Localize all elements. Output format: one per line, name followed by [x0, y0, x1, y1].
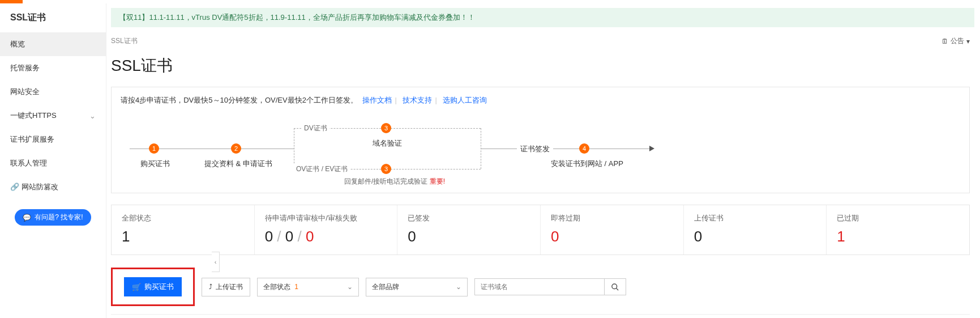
- stat-label: 已过期: [837, 213, 959, 223]
- page-title: SSL证书: [111, 55, 974, 77]
- chevron-down-icon: ⌄: [456, 283, 461, 291]
- sidebar-collapse-button[interactable]: ‹: [212, 252, 220, 272]
- steps-box: 请按4步申请证书，DV最快5～10分钟签发，OV/EV最快2个工作日签发。 操作…: [111, 87, 970, 193]
- chat-icon: 💬: [23, 214, 31, 222]
- notice-icon: 🗓: [942, 37, 948, 45]
- step-3-label: 域名验证: [373, 138, 402, 149]
- step-4-label: 安装证书到网站 / APP: [551, 159, 623, 169]
- dv-label: DV证书: [302, 124, 329, 133]
- link-consult[interactable]: 选购人工咨询: [443, 96, 487, 104]
- stats-row: 全部状态1待申请/申请审核中/审核失败0 / 0 / 0已签发0即将过期0上传证…: [111, 205, 970, 255]
- cart-icon: 🛒: [132, 283, 141, 291]
- link-icon: 🔗: [10, 183, 19, 191]
- stat-cell-4[interactable]: 上传证书0: [684, 205, 827, 255]
- link-support[interactable]: 技术支持: [403, 96, 432, 104]
- upload-icon: ⤴: [209, 283, 212, 291]
- upload-cert-button[interactable]: ⤴ 上传证书: [202, 278, 250, 296]
- filter-brand-select[interactable]: 全部品牌 ⌄: [366, 278, 468, 296]
- step-badge-2: 2: [231, 143, 241, 154]
- stat-value: 1: [122, 228, 244, 245]
- stat-label: 全部状态: [122, 213, 244, 223]
- chevron-down-icon: ⌄: [89, 112, 96, 120]
- sidebar-item-label: 证书扩展服务: [10, 135, 54, 143]
- help-expert-button[interactable]: 💬 有问题? 找专家!: [15, 209, 91, 226]
- reply-label: 回复邮件/接听电话完成验证 重要!: [344, 177, 445, 186]
- sign-label: 证书签发: [517, 144, 553, 154]
- step-badge-3b: 3: [381, 164, 391, 174]
- chevron-down-icon: ⌄: [347, 283, 353, 291]
- buy-highlight-box: 🛒 购买证书: [111, 268, 195, 306]
- steps-hint: 请按4步申请证书，DV最快5～10分钟签发，OV/EV最快2个工作日签发。 操作…: [121, 95, 960, 105]
- search-domain-input[interactable]: [474, 278, 605, 295]
- buy-cert-button[interactable]: 🛒 购买证书: [124, 277, 182, 296]
- sidebar-item-label: 网站防篡改: [22, 183, 58, 191]
- stat-value: 1: [837, 228, 959, 245]
- stat-value: 0 / 0 / 0: [265, 228, 387, 245]
- sidebar-item-label: 概览: [10, 40, 25, 48]
- stat-label: 待申请/申请审核中/审核失败: [265, 213, 387, 223]
- ov-label: OV证书 / EV证书: [294, 164, 350, 174]
- sidebar-item-2[interactable]: 网站安全: [0, 80, 106, 104]
- notice-dropdown[interactable]: 🗓 公告 ▾: [942, 36, 970, 46]
- step-1-label: 购买证书: [140, 159, 170, 169]
- stat-cell-5[interactable]: 已过期1: [827, 205, 969, 255]
- sidebar-item-4[interactable]: 证书扩展服务: [0, 128, 106, 151]
- stat-cell-0[interactable]: 全部状态1: [112, 205, 255, 255]
- stat-label: 已签发: [408, 213, 530, 223]
- help-expert-label: 有问题? 找专家!: [35, 213, 83, 222]
- sidebar-item-5[interactable]: 联系人管理: [0, 151, 106, 175]
- step-2-label: 提交资料 & 申请证书: [204, 159, 272, 169]
- filter-status-select[interactable]: 全部状态 1 ⌄: [257, 278, 359, 296]
- toolbar: 🛒 购买证书 ⤴ 上传证书 全部状态 1 ⌄ 全部品牌 ⌄: [111, 268, 970, 306]
- sidebar-title: SSL证书: [0, 3, 106, 32]
- sidebar-item-label: 一键式HTTPS: [10, 111, 57, 120]
- sidebar-item-6[interactable]: 🔗网站防篡改: [0, 175, 106, 199]
- step-badge-4: 4: [579, 143, 589, 154]
- svg-line-1: [616, 288, 618, 290]
- link-docs[interactable]: 操作文档: [362, 96, 392, 104]
- sidebar-item-label: 网站安全: [10, 87, 40, 96]
- sidebar-item-0[interactable]: 概览: [0, 32, 106, 56]
- stat-value: 0: [408, 228, 530, 245]
- stat-value: 0: [694, 228, 816, 245]
- search-button[interactable]: [605, 278, 626, 295]
- stat-label: 上传证书: [694, 213, 816, 223]
- search-icon: [611, 283, 619, 291]
- sidebar-item-3[interactable]: 一键式HTTPS⌄: [0, 104, 106, 128]
- stat-label: 即将过期: [551, 213, 673, 223]
- cert-table: 证书绑定域名已部署购买时间 ⇅状态: [111, 314, 970, 318]
- sidebar-item-1[interactable]: 托管服务: [0, 56, 106, 80]
- step-badge-1: 1: [149, 143, 159, 154]
- sidebar-item-label: 联系人管理: [10, 159, 47, 167]
- breadcrumb: SSL证书: [111, 36, 138, 46]
- steps-diagram: 1 购买证书 2 提交资料 & 申请证书 DV证书 OV证书 / EV证书 3 …: [121, 115, 960, 183]
- main-content: ‹ 【双11】11.1-11.11，vTrus DV通配符5折起，11.9-11…: [106, 3, 980, 318]
- stat-cell-2[interactable]: 已签发0: [397, 205, 541, 255]
- step-badge-3a: 3: [381, 123, 391, 133]
- stat-value: 0: [551, 228, 673, 245]
- stat-cell-1[interactable]: 待申请/申请审核中/审核失败0 / 0 / 0: [255, 205, 398, 255]
- chevron-down-icon: ▾: [966, 37, 970, 45]
- sidebar: SSL证书 概览托管服务网站安全一键式HTTPS⌄证书扩展服务联系人管理🔗网站防…: [0, 3, 106, 318]
- sidebar-item-label: 托管服务: [10, 63, 40, 72]
- stat-cell-3[interactable]: 即将过期0: [541, 205, 684, 255]
- promo-banner[interactable]: 【双11】11.1-11.11，vTrus DV通配符5折起，11.9-11.1…: [111, 8, 974, 27]
- svg-point-0: [612, 283, 617, 289]
